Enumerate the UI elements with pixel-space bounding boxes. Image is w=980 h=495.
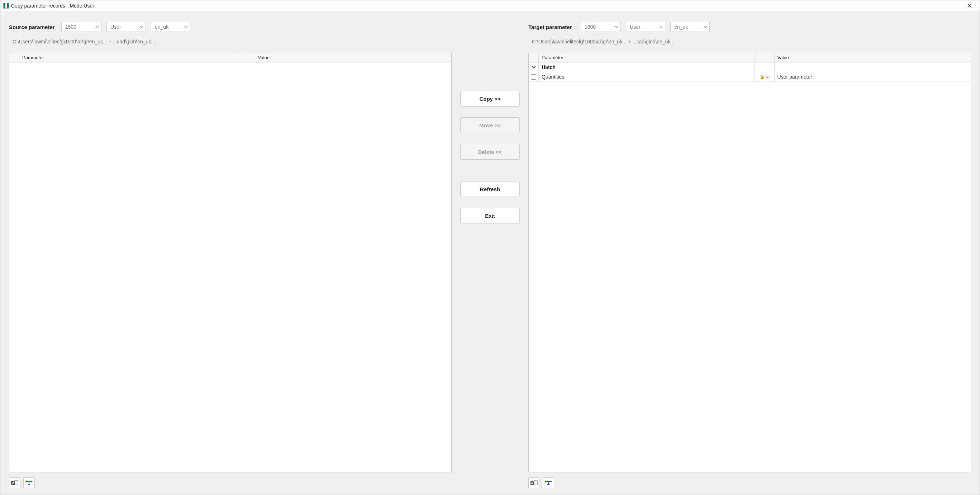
- row-status: 🔒=: [754, 72, 775, 81]
- source-table-body: [9, 62, 451, 472]
- expand-collapse-icon: [25, 479, 33, 486]
- close-icon: [967, 3, 972, 8]
- window-title: Copy parameter records - Mode User: [11, 3, 94, 9]
- svg-rect-3: [534, 481, 537, 485]
- target-lang-select[interactable]: en_uk: [670, 22, 710, 32]
- row-parameter: Hatch: [539, 62, 754, 72]
- col-parameter: Parameter: [19, 53, 235, 62]
- target-panel: Target parameter 1600 User en_uk C:\User…: [528, 22, 971, 488]
- chevron-down-icon: [184, 24, 188, 30]
- chevron-down-icon: [615, 24, 618, 30]
- expand-toggle[interactable]: [529, 62, 539, 72]
- chevron-down-icon: [704, 24, 707, 30]
- col-icon: [754, 53, 775, 62]
- source-label: Source parameter: [9, 24, 56, 30]
- app-icon: [3, 3, 9, 9]
- checkbox-icon: [531, 74, 536, 80]
- equals-icon: =: [766, 74, 769, 79]
- source-table-head: Parameter Value: [9, 53, 451, 62]
- col-toggle: [529, 53, 539, 62]
- col-value: Value: [775, 53, 971, 62]
- target-header: Target parameter 1600 User en_uk: [528, 22, 971, 32]
- source-table: Parameter Value: [9, 53, 452, 473]
- target-table: Parameter Value HatchQuantities🔒=User pa…: [528, 53, 971, 473]
- col-icon: [235, 53, 255, 62]
- row-status: [754, 62, 775, 72]
- select-all-icon: [11, 480, 18, 485]
- delete-button[interactable]: Delete <<: [460, 144, 520, 160]
- svg-rect-2: [530, 481, 534, 485]
- target-table-body: HatchQuantities🔒=User parameter: [529, 62, 971, 472]
- exit-button[interactable]: Exit: [460, 208, 520, 224]
- source-role-value: User: [110, 24, 121, 30]
- chevron-down-icon: [659, 24, 663, 30]
- svg-rect-1: [15, 481, 18, 485]
- target-role-select[interactable]: User: [626, 22, 665, 32]
- target-label: Target parameter: [528, 24, 576, 30]
- expand-collapse-icon: [544, 479, 552, 486]
- copy-button[interactable]: Copy >>: [460, 91, 520, 107]
- target-role-value: User: [630, 24, 641, 30]
- chevron-down-icon: [140, 24, 143, 30]
- source-lang-select[interactable]: en_uk: [151, 22, 190, 32]
- action-column: Copy >> Move >> Delete << Refresh Exit: [460, 22, 520, 488]
- chevron-down-icon: [531, 65, 536, 69]
- titlebar: Copy parameter records - Mode User: [0, 0, 980, 11]
- source-role-select[interactable]: User: [107, 22, 146, 32]
- source-lang-value: en_uk: [155, 24, 169, 30]
- target-footer-icons: [528, 477, 971, 488]
- expand-collapse-button[interactable]: [23, 477, 35, 488]
- source-footer-icons: [9, 477, 452, 488]
- target-version-value: 1600: [585, 24, 596, 30]
- close-button[interactable]: [963, 0, 977, 11]
- expand-collapse-button[interactable]: [543, 477, 554, 488]
- select-all-icon: [530, 480, 538, 485]
- row-parameter: Quantities: [539, 72, 754, 81]
- col-value: Value: [255, 53, 451, 62]
- source-header: Source parameter 1500 User en_uk: [9, 22, 452, 32]
- row-value: [775, 62, 971, 72]
- col-toggle: [9, 53, 19, 62]
- svg-rect-0: [11, 481, 15, 485]
- refresh-button[interactable]: Refresh: [460, 181, 520, 197]
- window: Copy parameter records - Mode User Sourc…: [0, 0, 980, 495]
- lock-icon: 🔒: [760, 75, 765, 79]
- source-version-select[interactable]: 1500: [61, 22, 102, 32]
- source-version-value: 1500: [65, 24, 76, 30]
- target-version-select[interactable]: 1600: [581, 22, 621, 32]
- source-panel: Source parameter 1500 User en_uk C:\User…: [9, 22, 452, 488]
- table-row[interactable]: Quantities🔒=User parameter: [529, 72, 971, 82]
- content: Source parameter 1500 User en_uk C:\User…: [0, 11, 980, 495]
- table-row[interactable]: Hatch: [529, 62, 971, 72]
- move-button[interactable]: Move >>: [460, 117, 520, 133]
- row-value: User parameter: [775, 72, 971, 81]
- target-path: C:\Users\lawmi\elitecfg\1600\ar\gr\en_uk…: [528, 37, 971, 46]
- source-path: C:\Users\lawmi\elitecfg\1500\ar\gr\en_uk…: [9, 37, 452, 46]
- chevron-down-icon: [95, 24, 99, 30]
- col-parameter: Parameter: [539, 53, 754, 62]
- select-all-button[interactable]: [528, 477, 540, 488]
- select-all-button[interactable]: [9, 477, 21, 488]
- target-table-head: Parameter Value: [529, 53, 971, 62]
- target-lang-value: en_uk: [674, 24, 688, 30]
- row-checkbox[interactable]: [529, 72, 539, 81]
